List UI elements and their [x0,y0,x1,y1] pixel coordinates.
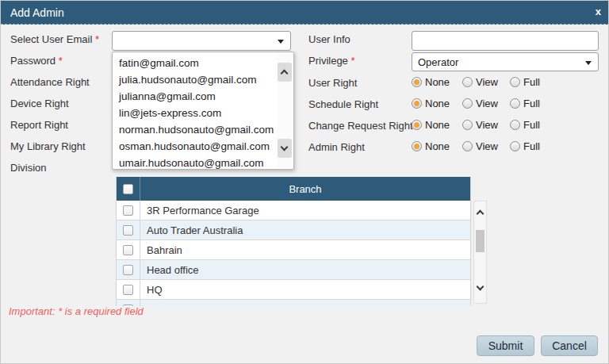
required-asterisk: * [59,55,63,67]
email-option[interactable]: lin@jets-express.com [113,105,276,121]
change-request-right-none[interactable]: None [412,119,450,131]
radio-selected-icon[interactable] [412,141,422,151]
table-row[interactable]: Head office [117,260,470,280]
password-label: Password * [10,55,63,67]
radio-selected-icon[interactable] [412,98,422,109]
branch-cell: HQ [140,284,470,296]
radio-icon[interactable] [510,120,520,130]
branch-cell: Kl [140,304,470,307]
row-checkbox[interactable] [123,225,133,236]
scroll-up-button[interactable] [278,63,292,82]
scrollbar-thumb[interactable] [476,230,485,252]
change-request-right-view[interactable]: View [462,119,498,131]
branch-column-header: Branch [140,183,470,195]
radio-icon[interactable] [462,77,473,87]
radio-icon[interactable] [510,141,520,151]
branch-cell: Head office [140,264,470,276]
table-row[interactable]: 3R Performance Garage [117,201,470,220]
user-right-label: User Right [308,77,357,89]
branch-cell: Bahrain [140,244,470,256]
branch-cell: Auto Trader Australia [140,224,470,236]
user-right-full[interactable]: Full [510,76,540,88]
row-checkbox[interactable] [123,265,133,275]
change-request-right-label: Change Request Right [308,120,413,132]
schedule-right-view[interactable]: View [462,98,498,109]
select-user-email-combobox[interactable] [112,31,291,51]
email-option[interactable]: norman.hudsonauto@gmail.com [113,121,276,138]
cancel-button[interactable]: Cancel [541,335,598,356]
admin-right-full[interactable]: Full [510,140,540,152]
dialog-title: Add Admin [1,6,64,19]
attendance-right-label: Attendance Right [10,76,90,88]
table-row[interactable]: Auto Trader Australia [117,220,470,240]
email-option[interactable]: osman.hudsonauto@gmail.com [113,138,276,155]
radio-selected-icon[interactable] [412,120,422,130]
dropdown-caret-icon [585,61,592,65]
dropdown-caret-icon [278,40,284,44]
branch-cell: 3R Performance Garage [140,205,470,216]
scroll-down-icon [281,144,289,151]
admin-right-view[interactable]: View [462,140,498,152]
select-all-checkbox[interactable] [123,184,133,194]
radio-icon[interactable] [462,120,473,130]
privilege-select[interactable]: Operator [412,52,599,71]
user-right-none[interactable]: None [412,76,450,88]
required-asterisk: * [95,33,99,45]
close-icon[interactable]: x [596,6,601,17]
my-library-right-label: My Library Right [10,140,86,152]
branch-table-header: Branch [117,177,470,201]
schedule-right-full[interactable]: Full [510,98,540,109]
schedule-right-none[interactable]: None [412,98,450,109]
radio-icon[interactable] [462,141,473,151]
user-info-input[interactable] [412,31,599,51]
row-checkbox[interactable] [123,245,133,255]
device-right-label: Device Right [10,98,69,109]
user-info-label: User Info [308,33,350,45]
privilege-value: Operator [418,56,458,68]
branch-table: Branch 3R Performance Garage Auto Trader… [116,177,471,306]
radio-icon[interactable] [510,98,520,109]
table-scrollbar[interactable] [473,201,487,304]
user-right-view[interactable]: View [462,76,498,88]
scroll-down-icon[interactable] [477,283,485,291]
schedule-right-label: Schedule Right [308,98,378,110]
change-request-right-full[interactable]: Full [510,119,540,131]
scroll-up-icon[interactable] [477,210,485,218]
division-label: Division [10,162,47,174]
admin-right-none[interactable]: None [412,140,450,152]
dialog-titlebar: Add Admin x [1,1,609,25]
admin-right-label: Admin Right [308,141,365,153]
privilege-label: Privilege * [308,55,355,67]
table-row[interactable]: Bahrain [117,240,470,260]
select-user-email-label: Select User Email * [10,33,99,45]
scroll-up-icon [281,70,289,78]
email-dropdown-list: fatin@gmail.com julia.hudsonauto@gmail.c… [112,52,294,170]
dropdown-scrollbar[interactable] [277,53,293,168]
table-row[interactable]: HQ [117,280,470,300]
email-option[interactable]: umair.hudsonauto@gmail.com [113,155,276,170]
scroll-down-button[interactable] [278,139,292,158]
email-option[interactable]: julianna@gmail.com [113,88,276,105]
report-right-label: Report Right [10,119,68,131]
email-option[interactable]: fatin@gmail.com [113,55,276,71]
required-field-note: Important: * is a required field [9,305,144,317]
radio-selected-icon[interactable] [412,77,422,87]
radio-icon[interactable] [510,77,520,87]
radio-icon[interactable] [462,98,473,109]
add-admin-dialog: Add Admin x Select User Email * Password… [0,0,609,364]
submit-button[interactable]: Submit [477,335,534,356]
required-asterisk: * [350,55,354,67]
row-checkbox[interactable] [123,285,133,295]
row-checkbox[interactable] [123,205,133,216]
email-option[interactable]: julia.hudsonauto@gmail.com [113,71,276,88]
table-row[interactable]: Kl [117,300,470,306]
